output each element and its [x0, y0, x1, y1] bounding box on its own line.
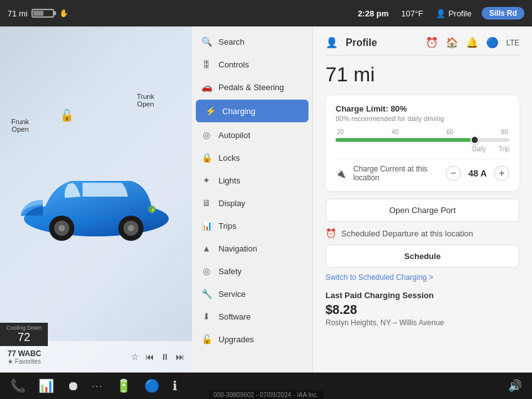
- last-session-amount: $8.28: [325, 303, 519, 317]
- sidebar-item-label: Autopilot: [218, 130, 251, 140]
- increase-button[interactable]: +: [494, 166, 509, 181]
- profile-icon-header: 👤: [325, 37, 338, 49]
- play-pause-button[interactable]: ⏸: [161, 352, 169, 362]
- controls-icon: 🎛: [201, 59, 212, 69]
- svg-point-3: [59, 225, 65, 231]
- home-icon[interactable]: 🏠: [446, 37, 458, 49]
- charge-current-label: Charge Current at this location: [353, 165, 441, 182]
- watermark: 000-39809602 - 07/09/2024 - IAA Inc.: [208, 391, 324, 399]
- temperature-display: 107°F: [401, 9, 423, 18]
- profile-label: Profile: [448, 9, 472, 18]
- charge-slider-thumb[interactable]: [470, 136, 479, 144]
- bluetooth-bottom-icon[interactable]: 🔵: [144, 378, 160, 393]
- more-icon[interactable]: ···: [92, 381, 103, 391]
- car-image: ⚡: [6, 64, 186, 335]
- sidebar-item-trips[interactable]: 📊 Trips: [192, 214, 312, 237]
- sidebar-item-locks[interactable]: 🔒 Locks: [192, 146, 312, 169]
- sidebar-item-upgrades[interactable]: 🔓 Upgrades: [192, 328, 312, 350]
- software-icon: ⬇: [201, 311, 212, 321]
- schedule-button[interactable]: Schedule: [325, 245, 519, 268]
- sidebar-item-software[interactable]: ⬇ Software: [192, 305, 312, 328]
- alarm-icon[interactable]: ⏰: [426, 37, 438, 49]
- star-button[interactable]: ☆: [131, 352, 139, 362]
- temp-value: 72: [18, 331, 30, 344]
- status-right: Sills Rd: [482, 7, 524, 20]
- clock-icon: ⏰: [325, 228, 336, 238]
- svg-text:⚡: ⚡: [150, 207, 156, 213]
- decrease-button[interactable]: −: [446, 166, 461, 181]
- battery-info: 71 mi: [8, 9, 54, 18]
- sidebar-item-label: Software: [218, 312, 251, 321]
- battery-fill: [33, 11, 43, 16]
- volume-icon[interactable]: 🔊: [508, 379, 522, 393]
- sidebar-item-label: Upgrades: [218, 335, 254, 344]
- sidebar-item-navigation[interactable]: ▲ Navigation: [192, 237, 312, 260]
- sidebar-item-autopilot[interactable]: ◎ Autopilot: [192, 124, 312, 146]
- autopilot-icon: ◎: [201, 130, 212, 140]
- bluetooth-icon[interactable]: 🔵: [486, 37, 499, 49]
- camera-icon[interactable]: ⏺: [67, 379, 79, 393]
- menu-panel: 🔍 Search 🎛 Controls 🚗 Pedals & Steering …: [192, 26, 313, 373]
- content-header: 👤 Profile ⏰ 🏠 🔔 🔵 LTE: [325, 37, 519, 55]
- sidebar-item-charging[interactable]: ⚡ Charging: [196, 100, 308, 122]
- hand-icon: ✋: [59, 9, 69, 18]
- cooling-temp: Cooling Down 72: [0, 323, 48, 346]
- charge-slider-fill: [336, 138, 475, 142]
- sidebar-item-display[interactable]: 🖥 Display: [192, 192, 312, 214]
- charge-current-row: 🔌 Charge Current at this location − 48 A…: [336, 159, 509, 182]
- mileage-display: 71 mi: [325, 63, 519, 86]
- trip-label: Trip: [499, 146, 509, 153]
- sidebar-item-lights[interactable]: ✦ Lights: [192, 169, 312, 192]
- sidebar-item-label: Locks: [218, 153, 240, 163]
- svg-point-6: [128, 225, 134, 231]
- scheduled-departure-label: Scheduled Departure at this location: [341, 229, 473, 238]
- cooling-label: Cooling Down: [6, 325, 42, 331]
- scheduled-departure-row: ⏰ Scheduled Departure at this location: [325, 228, 519, 238]
- info-icon[interactable]: ℹ: [173, 378, 178, 393]
- safety-icon: ◎: [201, 266, 212, 276]
- sidebar-item-label: Service: [218, 289, 246, 299]
- service-icon: 🔧: [201, 289, 212, 299]
- charge-limit-title: Charge Limit: 80%: [336, 104, 509, 113]
- charge-slider-track[interactable]: [336, 138, 509, 142]
- status-left: 71 mi ✋: [8, 9, 348, 18]
- sidebar-item-label: Search: [218, 37, 244, 47]
- sidebar-item-controls[interactable]: 🎛 Controls: [192, 53, 312, 76]
- navigation-icon: ▲: [201, 243, 212, 253]
- switch-charging-link[interactable]: Switch to Scheduled Charging >: [325, 273, 519, 282]
- profile-title: Profile: [346, 37, 377, 49]
- music-icon[interactable]: 📊: [38, 378, 54, 393]
- open-charge-port-button[interactable]: Open Charge Port: [325, 199, 519, 222]
- next-button[interactable]: ⏭: [176, 352, 184, 362]
- content-panel: 👤 Profile ⏰ 🏠 🔔 🔵 LTE 71 mi Charge Limit…: [313, 26, 532, 373]
- slider-labels: 20 40 60 80: [336, 129, 509, 136]
- sidebar-item-label: Navigation: [218, 244, 257, 253]
- sidebar-item-label: Controls: [218, 60, 249, 69]
- sidebar-item-service[interactable]: 🔧 Service: [192, 282, 312, 305]
- phone-icon[interactable]: 📞: [10, 378, 26, 393]
- sidebar-item-label: Pedals & Steering: [218, 83, 284, 92]
- prev-button[interactable]: ⏮: [145, 352, 154, 362]
- last-session-location: Roslyn Heights, NY – Willis Avenue: [325, 318, 519, 327]
- sidebar-item-search[interactable]: 🔍 Search: [192, 30, 312, 53]
- battery-bar-icon: [31, 9, 54, 18]
- signal-icon[interactable]: LTE: [506, 38, 519, 47]
- main-area: Trunk Open 🔓 Frunk Open: [0, 26, 532, 373]
- trips-icon: 📊: [201, 221, 212, 231]
- media-controls[interactable]: ☆ ⏮ ⏸ ⏭: [131, 352, 184, 362]
- sidebar-item-pedals[interactable]: 🚗 Pedals & Steering: [192, 76, 312, 98]
- profile-button[interactable]: 👤 Profile: [436, 9, 472, 18]
- nav-pill[interactable]: Sills Rd: [482, 7, 524, 20]
- bell-icon[interactable]: 🔔: [466, 37, 478, 49]
- sidebar-item-safety[interactable]: ◎ Safety: [192, 260, 312, 282]
- radio-station: 77 WABC: [8, 349, 41, 358]
- battery-icon[interactable]: 🔋: [116, 378, 132, 393]
- battery-miles: 71 mi: [8, 9, 28, 18]
- car-panel: Trunk Open 🔓 Frunk Open: [0, 26, 192, 373]
- display-icon: 🖥: [201, 198, 212, 208]
- sidebar-item-label: Trips: [218, 221, 236, 231]
- favorites-label: ★ Favorites: [8, 358, 41, 365]
- radio-station-info: 77 WABC ★ Favorites: [8, 349, 41, 365]
- charge-limit-sub: 80% recommended for daily driving: [336, 115, 509, 122]
- sidebar-item-label: Safety: [218, 267, 242, 276]
